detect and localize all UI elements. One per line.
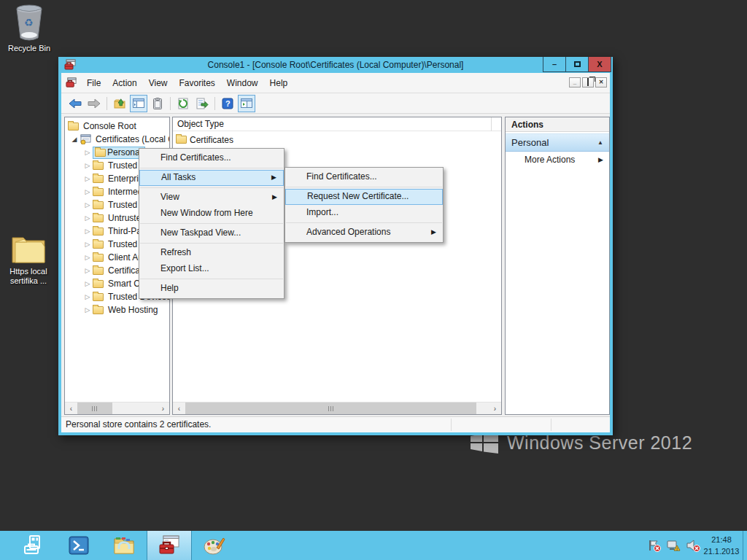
- menu-view[interactable]: View: [143, 75, 174, 91]
- up-level-folder-icon: [114, 98, 126, 109]
- menu-item-find-certificates[interactable]: Find Certificates...: [139, 150, 284, 166]
- certificates-snapin-icon: [80, 134, 91, 144]
- refresh-button[interactable]: [174, 95, 192, 112]
- list-horizontal-scrollbar[interactable]: ‹ ›: [173, 402, 501, 414]
- scrollbar-track[interactable]: [77, 402, 157, 414]
- collapsed-arrow-icon[interactable]: ▷: [82, 267, 93, 274]
- status-divider: [551, 419, 551, 431]
- scroll-right-arrow[interactable]: ›: [157, 402, 169, 414]
- taskbar-paint[interactable]: [192, 531, 237, 560]
- more-actions-item[interactable]: More Actions ▶: [506, 152, 609, 168]
- taskbar-mmc-console[interactable]: [147, 531, 192, 560]
- forward-button[interactable]: [85, 95, 103, 112]
- desktop-icon-recycle-bin[interactable]: ♻ Recycle Bin: [1, 4, 57, 53]
- collapsed-arrow-icon[interactable]: ▷: [82, 228, 93, 235]
- action-center-flag-error-icon[interactable]: [648, 539, 661, 552]
- collapsed-arrow-icon[interactable]: ▷: [82, 293, 93, 300]
- expanded-arrow-icon[interactable]: ◢: [69, 136, 80, 143]
- tree-horizontal-scrollbar[interactable]: ‹ ›: [65, 402, 169, 414]
- collapse-caret-icon[interactable]: ▲: [597, 139, 603, 146]
- list-item-certificates[interactable]: Certificates: [174, 133, 233, 146]
- collapsed-arrow-icon[interactable]: ▷: [82, 254, 93, 261]
- actions-section-personal[interactable]: Personal ▲: [506, 133, 609, 152]
- scrollbar-thumb[interactable]: [185, 402, 476, 414]
- close-button[interactable]: X: [588, 57, 611, 72]
- svg-text:?: ?: [225, 99, 231, 108]
- menu-help[interactable]: Help: [264, 75, 294, 91]
- menu-action[interactable]: Action: [107, 75, 142, 91]
- folder-icon: [93, 254, 104, 262]
- menu-item-new-window[interactable]: New Window from Here: [139, 206, 284, 222]
- tree-item-console-root[interactable]: Console Root: [65, 120, 169, 133]
- powershell-icon: [69, 536, 89, 555]
- tree-item-web-hosting[interactable]: ▷ Web Hosting: [65, 303, 169, 316]
- collapsed-arrow-icon[interactable]: ▷: [82, 241, 93, 248]
- menu-item-help[interactable]: Help: [139, 281, 284, 297]
- help-button[interactable]: ?: [219, 95, 236, 112]
- status-text: Personal store contains 2 certificates.: [66, 419, 211, 429]
- collapsed-arrow-icon[interactable]: ▷: [82, 162, 93, 169]
- desktop-icon-label: Recycle Bin: [1, 44, 57, 53]
- svg-text:♻: ♻: [24, 17, 34, 28]
- export-list-button[interactable]: [193, 95, 211, 112]
- tree-item-certificates-store[interactable]: ◢ Certificates (Local Computer): [65, 133, 169, 146]
- minimize-button[interactable]: –: [543, 57, 566, 72]
- menu-item-view[interactable]: View ▶: [139, 190, 284, 206]
- submenu-item-request-new-certificate[interactable]: Request New Certificate...: [285, 189, 443, 205]
- export-list-icon: [196, 98, 209, 109]
- taskbar: ! 21:48 21.1.2013: [0, 531, 747, 560]
- scrollbar-thumb[interactable]: [77, 402, 112, 414]
- up-level-button[interactable]: [111, 95, 128, 112]
- submenu-item-import[interactable]: Import...: [285, 205, 443, 221]
- status-bar: Personal store contains 2 certificates.: [61, 416, 610, 432]
- child-close-button[interactable]: ✕: [595, 77, 607, 88]
- column-object-type[interactable]: Object Type: [173, 117, 492, 131]
- menu-item-all-tasks[interactable]: All Tasks ▶: [139, 170, 284, 186]
- back-button[interactable]: [66, 95, 84, 112]
- mmc-console-icon: [158, 535, 180, 556]
- file-explorer-icon: [113, 536, 135, 555]
- child-minimize-button[interactable]: _: [569, 77, 581, 88]
- collapsed-arrow-icon[interactable]: ▷: [82, 280, 93, 287]
- show-console-tree-toggle[interactable]: [130, 95, 147, 112]
- desktop: ♻ Recycle Bin Https local sertifika ... …: [0, 0, 747, 560]
- collapsed-arrow-icon[interactable]: ▷: [82, 149, 93, 156]
- mmc-child-icon: [66, 77, 77, 88]
- taskbar-powershell[interactable]: [56, 531, 101, 560]
- scrollbar-track[interactable]: [185, 402, 489, 414]
- volume-muted-icon[interactable]: [686, 539, 700, 552]
- submenu-item-advanced-operations[interactable]: Advanced Operations ▶: [285, 225, 443, 241]
- submenu-item-find-certificates[interactable]: Find Certificates...: [285, 169, 443, 185]
- menu-window[interactable]: Window: [221, 75, 264, 91]
- collapsed-arrow-icon[interactable]: ▷: [82, 306, 93, 314]
- scroll-left-arrow[interactable]: ‹: [173, 402, 185, 414]
- back-arrow-icon: [69, 98, 82, 109]
- menu-favorites[interactable]: Favorites: [174, 75, 221, 91]
- title-bar[interactable]: Console1 - [Console Root\Certificates (L…: [58, 57, 613, 73]
- folder-icon: [176, 136, 187, 144]
- menu-item-new-taskpad[interactable]: New Taskpad View...: [139, 225, 284, 241]
- svg-text:!: !: [676, 547, 678, 551]
- taskbar-clock[interactable]: 21:48 21.1.2013: [702, 534, 741, 557]
- maximize-button[interactable]: [565, 57, 589, 72]
- scroll-right-arrow[interactable]: ›: [489, 402, 501, 414]
- taskbar-file-explorer[interactable]: [101, 531, 147, 560]
- show-action-pane-toggle[interactable]: [238, 95, 255, 112]
- network-warning-icon[interactable]: !: [667, 539, 681, 552]
- collapsed-arrow-icon[interactable]: ▷: [82, 214, 93, 222]
- collapsed-arrow-icon[interactable]: ▷: [82, 201, 93, 209]
- properties-button[interactable]: [149, 95, 166, 112]
- desktop-icon-https-folder[interactable]: Https local sertifika ...: [1, 232, 56, 286]
- recycle-bin-icon: ♻: [14, 4, 44, 41]
- show-desktop-button[interactable]: [743, 531, 747, 560]
- scroll-left-arrow[interactable]: ‹: [65, 402, 77, 414]
- menu-file[interactable]: File: [81, 75, 107, 91]
- child-restore-button[interactable]: [582, 77, 594, 88]
- collapsed-arrow-icon[interactable]: ▷: [82, 175, 93, 182]
- menu-separator: [140, 168, 283, 168]
- menu-item-refresh[interactable]: Refresh: [139, 245, 284, 261]
- collapsed-arrow-icon[interactable]: ▷: [82, 188, 93, 195]
- taskbar-server-manager[interactable]: [11, 531, 56, 560]
- menu-item-export-list[interactable]: Export List...: [139, 261, 284, 277]
- actions-pane: Actions Personal ▲ More Actions ▶: [505, 117, 610, 415]
